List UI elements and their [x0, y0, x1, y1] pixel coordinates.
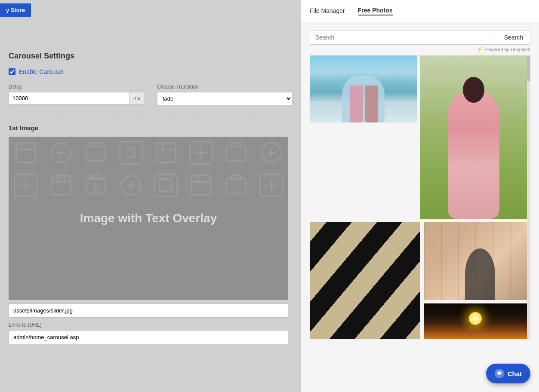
photo-thumb-2[interactable]: [420, 55, 527, 219]
svg-rect-0: [16, 143, 35, 162]
enable-carousel-checkbox[interactable]: [9, 68, 15, 75]
photos-row-1: [310, 55, 527, 219]
carousel-settings-section: Carousel Settings Enable Carousel Delay …: [9, 52, 293, 344]
image-path-input[interactable]: [9, 303, 288, 318]
photos-row-2: [310, 222, 527, 339]
transition-label: Choose Transition: [157, 84, 293, 90]
svg-rect-3: [120, 141, 142, 164]
chat-button[interactable]: Chat: [486, 364, 530, 383]
powered-by: ⚡ Powered by Unsplash: [310, 46, 530, 52]
transition-group: Choose Transition fade: [157, 84, 293, 105]
photo-thumb-4[interactable]: [424, 222, 527, 300]
svg-point-4: [126, 148, 136, 157]
tab-free-photos[interactable]: Free Photos: [358, 7, 393, 15]
placeholder-icon: [149, 137, 183, 168]
enable-row: Enable Carousel: [9, 68, 293, 75]
enable-carousel-label[interactable]: Enable Carousel: [19, 68, 64, 75]
scrollbar-track: [527, 55, 530, 339]
svg-rect-15: [191, 176, 211, 195]
placeholder-icon: [114, 137, 148, 168]
placeholder-icon: [44, 137, 78, 168]
transition-select[interactable]: fade: [157, 92, 293, 105]
chat-icon: [495, 369, 504, 378]
photo-thumb-5[interactable]: [424, 303, 527, 339]
right-col-stack: [424, 222, 527, 339]
right-header: File Manager Free Photos: [301, 0, 539, 22]
svg-rect-10: [51, 176, 71, 195]
placeholder-icon: [149, 169, 183, 201]
right-panel: File Manager Free Photos Search ⚡ Powere…: [301, 0, 539, 392]
placeholder-icon: [9, 169, 43, 201]
chat-bubble-icon: [497, 371, 502, 376]
delay-group: Delay ms: [9, 84, 144, 105]
photos-grid-wrapper: [310, 55, 530, 339]
links-input[interactable]: [9, 330, 288, 344]
placeholder-icon: [184, 137, 219, 168]
placeholder-icon: [9, 137, 43, 168]
chat-btn-label: Chat: [508, 370, 522, 377]
svg-rect-5: [156, 143, 176, 162]
delay-unit: ms: [129, 92, 144, 104]
search-input[interactable]: [310, 30, 497, 45]
image-overlay-text: Image with Text Overlay: [80, 211, 217, 225]
svg-rect-2: [86, 146, 105, 160]
powered-by-text: Powered by Unsplash: [484, 47, 530, 52]
settings-form-row: Delay ms Choose Transition fade: [9, 84, 293, 105]
placeholder-icon: [79, 137, 113, 168]
delay-label: Delay: [9, 84, 144, 90]
svg-rect-14: [160, 179, 172, 192]
placeholder-icon: [219, 137, 253, 168]
photo-thumb-1[interactable]: [310, 55, 417, 122]
store-button[interactable]: y Store: [0, 3, 31, 17]
bolt-icon: ⚡: [477, 46, 483, 52]
links-label: Links to (URL): [9, 322, 293, 328]
placeholder-icon: [184, 169, 219, 201]
placeholder-icon: [219, 169, 253, 201]
photos-grid: [310, 55, 527, 339]
scrollbar-thumb[interactable]: [527, 55, 530, 81]
placeholder-icon: [254, 137, 289, 168]
delay-input-wrapper: ms: [9, 92, 144, 104]
svg-rect-13: [155, 175, 177, 197]
placeholder-icon: [79, 169, 113, 201]
svg-rect-7: [226, 146, 246, 160]
placeholder-icon: [44, 169, 78, 201]
photo-thumb-3[interactable]: [310, 222, 420, 339]
placeholder-icon: [254, 169, 289, 201]
svg-rect-16: [226, 179, 246, 193]
search-button[interactable]: Search: [497, 30, 530, 45]
search-row: Search: [310, 30, 530, 45]
search-area: Search ⚡ Powered by Unsplash: [301, 22, 539, 55]
first-image-section: 1st Image: [9, 119, 293, 344]
placeholder-icon: [114, 169, 148, 201]
carousel-settings-title: Carousel Settings: [9, 52, 293, 61]
first-image-title: 1st Image: [9, 119, 293, 137]
tab-file-manager[interactable]: File Manager: [310, 7, 345, 15]
left-panel: y Store Carousel Settings Enable Carouse…: [0, 0, 301, 392]
delay-input[interactable]: [9, 92, 129, 104]
image-placeholder: Image with Text Overlay: [9, 137, 288, 300]
